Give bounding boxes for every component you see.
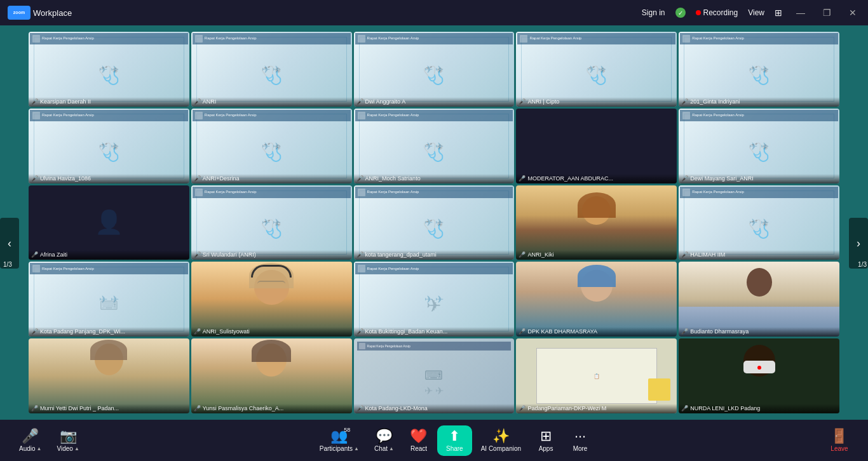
participant-label: 🎤 Sri Wulandari (ANRI)	[191, 250, 352, 260]
video-cell[interactable]: 🎤 DPK KAB DHARMASRAYA	[516, 262, 677, 337]
leave-label: Leave	[831, 445, 848, 452]
right-page-indicator: 1/3	[858, 261, 867, 268]
chat-button[interactable]: 💬 Chat ▲	[368, 425, 400, 456]
video-label: Video	[57, 445, 73, 452]
video-cell[interactable]: 🎤 Budianto Dharmasraya	[679, 262, 839, 337]
video-cell[interactable]: Rapat Kerja Pengelolaan Arsip 🩺 🎤 kota t…	[354, 185, 515, 260]
participant-label: 🎤 ANRI+Desrina	[191, 174, 352, 184]
video-cell[interactable]: Rapat Kerja Pengelolaan Arsip 🩺 🎤 ANRI	[191, 32, 352, 107]
zoom-logo-box: zoom	[8, 6, 31, 20]
participant-label: 🎤 Kota Padang-LKD-Mona	[354, 404, 515, 413]
more-icon: ···	[574, 429, 586, 443]
participant-label: 🎤 ANRI	[191, 97, 352, 107]
participants-button[interactable]: 👥 58 Participants ▲	[313, 425, 365, 456]
mic-off-icon: 🎤	[194, 98, 201, 105]
video-cell[interactable]: 🎤 ANRI_Kiki	[516, 185, 677, 260]
video-cell[interactable]: Rapat Kerja Pengelolaan Arsip ⌨ 🎤 Kota P…	[29, 262, 189, 337]
react-button[interactable]: ❤️ React	[403, 425, 435, 456]
participant-label: 🎤 MODERATOR_AAN ABDURAC...	[516, 174, 677, 184]
participant-name: Kota Bukittinggi_Badan Keuan...	[365, 328, 448, 335]
mic-off-icon: 🎤	[356, 98, 363, 105]
participants-count: 58	[342, 427, 351, 433]
video-cell[interactable]: 📋 🎤 PadangPariaman-DKP-Wezi M	[516, 338, 677, 413]
participant-name: Sri Wulandari (ANRI)	[203, 251, 256, 258]
participant-name: Kota Padang-LKD-Mona	[365, 405, 428, 411]
video-cell[interactable]: Rapat Kerja Pengelolaan Arsip 🩺 🎤 ANRI |…	[516, 32, 677, 107]
participant-name: Dwi Anggraito A	[365, 98, 406, 105]
video-cell[interactable]: Rapat Kerja Pengelolaan Arsip 🩺 🎤 Sri Wu…	[191, 185, 352, 260]
participant-label: 🎤 NURDA LENI_LKD Padang	[679, 404, 839, 413]
participant-name: ANRI_Moch Satrianto	[365, 175, 421, 182]
next-page-button[interactable]: › 1/3	[849, 218, 868, 269]
participant-label: 🎤 Kearsipan Daerah II	[29, 97, 189, 107]
apps-button[interactable]: ⊞ Apps	[530, 425, 562, 456]
prev-page-button[interactable]: ‹ 1/3	[0, 218, 19, 269]
mic-off-icon: 🎤	[356, 251, 363, 258]
participant-name: Yunsi Pasmalisya Chaeriko_A...	[203, 405, 284, 411]
participant-name: ANRI	[203, 98, 217, 105]
video-button[interactable]: 📷 Video ▲	[51, 425, 86, 456]
connection-status-icon: ✓	[675, 8, 686, 18]
toolbar-right-group: 🚪 Leave	[824, 425, 855, 456]
video-cell-active-speaker[interactable]: 🎤 ANRI_Sulistyowati	[191, 262, 352, 337]
title-bar: zoom Workplace Sign in ✓ Recording View …	[0, 0, 868, 25]
recording-dot	[696, 10, 701, 15]
left-page-indicator: 1/3	[3, 261, 12, 268]
participant-label: 🎤 Dwi Anggraito A	[354, 97, 515, 107]
participant-name: ANRI_Kiki	[527, 251, 553, 258]
video-cell[interactable]: 👤 🎤 Afrina Zaiti	[29, 185, 189, 260]
sign-in-button[interactable]: Sign in	[642, 8, 665, 17]
more-button[interactable]: ··· More	[564, 425, 596, 456]
video-grid: Rapat Kerja Pengelolaan Arsip 🩺 🎤 Kearsi…	[22, 25, 846, 420]
video-cell[interactable]: 🎤 NURDA LENI_LKD Padang	[679, 338, 839, 413]
participant-label: 🎤 ANRI_Kiki	[516, 250, 677, 260]
participant-name: MODERATOR_AAN ABDURAC...	[527, 175, 613, 182]
video-caret-icon: ▲	[74, 446, 79, 451]
video-cell[interactable]: Rapat Kerja Pengelolaan Arsip 🩺 🎤 201_Gi…	[679, 32, 839, 107]
participant-label: 🎤 Ulvina Haviza_1086	[29, 174, 189, 184]
video-cell[interactable]: 🎤 Murni Yetti Dwi Putri _ Padan...	[29, 338, 189, 413]
mic-on-icon: 🎤	[681, 98, 688, 105]
participant-label: 🎤 Budianto Dharmasraya	[679, 327, 839, 337]
share-button[interactable]: ⬆ Share	[437, 425, 472, 456]
maximize-button[interactable]: ❐	[819, 6, 835, 19]
video-cell[interactable]: Rapat Kerja Pengelolaan Arsip 🩺 🎤 Kearsi…	[29, 32, 189, 107]
participant-name: 201_Ginta Indriyani	[690, 98, 740, 105]
mic-off-icon: 🎤	[356, 405, 363, 411]
participant-label: 🎤 PadangPariaman-DKP-Wezi M	[516, 404, 677, 413]
chat-label: Chat	[374, 445, 388, 452]
mic-on-icon: 🎤	[31, 405, 38, 411]
video-cell[interactable]: Rapat Kerja Pengelolaan Arsip 🩺 🎤 Dwi An…	[354, 32, 515, 107]
participant-label: 🎤 201_Ginta Indriyani	[679, 97, 839, 107]
right-chevron-icon: ›	[857, 237, 860, 250]
video-cell[interactable]: Rapat Kerja Pengelolaan Arsip 🩺 🎤 HALIMA…	[679, 185, 839, 260]
video-icon: 📷	[60, 429, 77, 443]
ai-companion-icon: ✨	[492, 429, 510, 443]
titlebar-right: Sign in ✓ Recording View ⊞ — ❐ ✕	[642, 6, 860, 19]
react-label: React	[410, 445, 427, 452]
video-cell[interactable]: Rapat Kerja Pengelolaan Arsip ⌨ ✈ ✈ 🎤 Ko…	[354, 338, 515, 413]
video-cell[interactable]: Rapat Kerja Pengelolaan Arsip 🩺 🎤 ANRI_M…	[354, 109, 515, 184]
toolbar-center-group: 👥 58 Participants ▲ 💬 Chat ▲ ❤️ React	[313, 425, 596, 456]
participant-label: 🎤 DPK KAB DHARMASRAYA	[516, 327, 677, 337]
mic-on-icon: 🎤	[681, 405, 688, 411]
video-cell[interactable]: Rapat Kerja Pengelolaan Arsip 🩺 🎤 Ulvina…	[29, 109, 189, 184]
apps-icon: ⊞	[540, 429, 552, 443]
audio-icon: 🎤	[22, 429, 39, 443]
video-cell[interactable]: Rapat Kerja Pengelolaan Arsip ✈ 🎤 Kota B…	[354, 262, 515, 337]
view-button[interactable]: View	[748, 8, 764, 17]
leave-button[interactable]: 🚪 Leave	[824, 425, 855, 456]
minimize-button[interactable]: —	[792, 6, 809, 19]
video-cell[interactable]: 🎤 Yunsi Pasmalisya Chaeriko_A...	[191, 338, 352, 413]
participant-label: 🎤 ANRI_Sulistyowati	[191, 327, 352, 337]
video-cell[interactable]: Rapat Kerja Pengelolaan Arsip 🩺 🎤 Dewi M…	[679, 109, 839, 184]
video-cell[interactable]: 🎤 MODERATOR_AAN ABDURAC...	[516, 109, 677, 184]
mic-off-icon: 🎤	[31, 175, 38, 182]
ai-companion-button[interactable]: ✨ AI Companion	[475, 425, 527, 456]
mic-on-icon: 🎤	[519, 405, 526, 411]
participant-name: Afrina Zaiti	[40, 251, 67, 258]
video-cell[interactable]: Rapat Kerja Pengelolaan Arsip 🩺 🎤 ANRI+D…	[191, 109, 352, 184]
close-button[interactable]: ✕	[845, 6, 860, 19]
participant-label: 🎤 Murni Yetti Dwi Putri _ Padan...	[29, 404, 189, 413]
audio-button[interactable]: 🎤 Audio ▲	[13, 425, 48, 456]
